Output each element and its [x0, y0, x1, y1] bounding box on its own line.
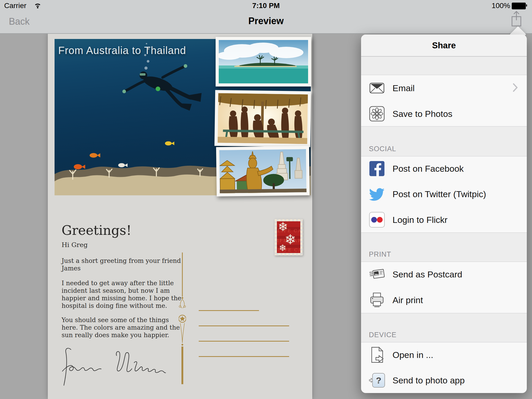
navigation-bar: Carrier 7:10 PM 100% Back Preview [0, 0, 532, 34]
panel-section-social: SOCIAL [361, 126, 527, 156]
page-title: Preview [0, 16, 532, 26]
signature [59, 347, 166, 389]
share-item-label: Air print [393, 295, 423, 305]
section-header: PRINT [369, 250, 391, 258]
snowflake-icon: ❄ [279, 243, 287, 253]
share-item-label: Open in ... [393, 350, 433, 360]
share-item-label: Send to photo app [393, 375, 465, 385]
postcard-icon [369, 266, 385, 282]
share-item-label: Login to Flickr [393, 215, 448, 225]
clock: 7:10 PM [0, 2, 532, 10]
address-line [199, 341, 289, 342]
share-item-label: Post on Facebook [393, 164, 464, 174]
section-header: SOCIAL [369, 145, 396, 153]
postcard-front-title: From Australia to Thailand [58, 45, 186, 56]
section-header: DEVICE [369, 331, 397, 339]
divider-ornament [179, 252, 186, 399]
postcard-salutation: Hi Greg [62, 241, 88, 249]
share-item-facebook[interactable]: Post on Facebook [361, 156, 527, 181]
share-item-open-in[interactable]: Open in ... [361, 342, 527, 368]
address-line [199, 356, 289, 357]
postcard-preview: From Australia to Thailand [48, 33, 312, 399]
share-item-send-as-postcard[interactable]: Send as Postcard [361, 261, 527, 287]
address-line [199, 310, 259, 311]
share-item-save-to-photos[interactable]: Save to Photos [361, 101, 527, 126]
share-item-air-print[interactable]: Air print [361, 287, 527, 313]
polaroid-buddha-photo [216, 146, 310, 196]
share-item-send-to-photo-app[interactable]: ? Send to photo app [361, 368, 527, 393]
open-in-icon [369, 347, 385, 363]
printer-icon [369, 292, 385, 308]
battery-percent: 100% [491, 2, 510, 10]
screen: Carrier 7:10 PM 100% Back Preview [0, 0, 532, 399]
battery-icon [512, 3, 526, 9]
postcard-paragraph: I needed to get away after the little in… [62, 280, 197, 310]
diver-silhouette [122, 64, 202, 111]
panel-section-device: DEVICE [361, 313, 527, 342]
photo-app-icon: ? [369, 372, 385, 388]
share-button[interactable] [510, 10, 523, 29]
stamp-art: LIFE CARDS LIFE CARDS LIFE CARDS ❄ ❄ ❄ [277, 221, 300, 253]
twitter-bird-icon [369, 186, 385, 202]
share-popover: Share Email [361, 35, 527, 393]
facebook-icon [369, 161, 385, 177]
postage-stamp: LIFE CARDS LIFE CARDS LIFE CARDS ❄ ❄ ❄ [275, 219, 303, 255]
chevron-right-icon [513, 83, 518, 93]
share-item-flickr[interactable]: Login to Flickr [361, 207, 527, 232]
share-item-email[interactable]: Email [361, 75, 527, 101]
panel-empty-band [361, 56, 527, 75]
panel-section-print: PRINT [361, 232, 527, 262]
polaroid-people-photo [215, 90, 311, 147]
share-item-label: Save to Photos [393, 109, 453, 119]
share-popover-title: Share [361, 35, 527, 56]
email-icon [369, 80, 385, 96]
address-line [199, 325, 289, 326]
postcard-paragraph: Just a short greeting from your friend J… [62, 257, 197, 272]
photos-flower-icon [369, 106, 385, 122]
share-item-twitter[interactable]: Post on Twitter (Twitpic) [361, 181, 527, 207]
flickr-icon [369, 212, 385, 228]
polaroid-island-photo [216, 37, 311, 87]
postcard-paragraph: You should see some of the things here. … [62, 316, 197, 339]
share-item-label: Email [393, 83, 415, 93]
status-bar: Carrier 7:10 PM 100% [0, 0, 532, 10]
share-item-label: Post on Twitter (Twitpic) [393, 189, 486, 199]
postcard-heading: Greetings! [62, 223, 131, 238]
share-item-label: Send as Postcard [393, 269, 462, 279]
